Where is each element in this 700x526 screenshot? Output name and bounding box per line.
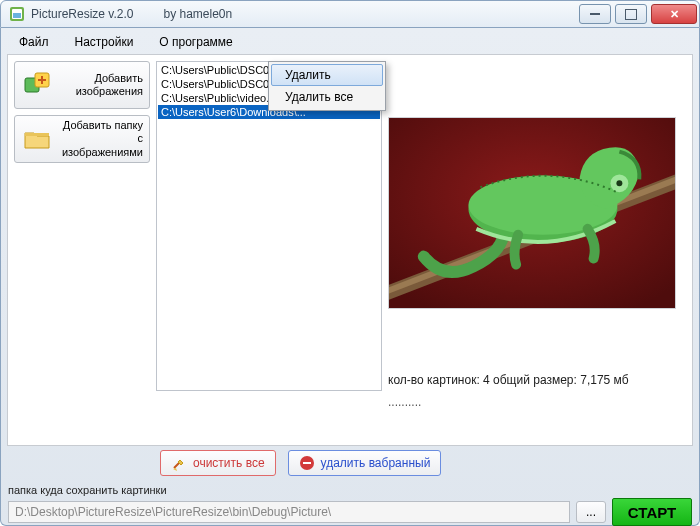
preview-column: кол-во картинок: 4 общий размер: 7,175 м… — [388, 61, 686, 439]
add-images-label: Добавить изображения — [61, 72, 143, 98]
browse-label: ... — [586, 505, 596, 519]
app-icon — [9, 6, 25, 22]
close-button[interactable] — [651, 4, 697, 24]
folder-icon — [21, 123, 53, 155]
main-panel: Добавить изображения Добавить папку с из… — [7, 54, 693, 446]
bottom-row: папка куда сохранить картинки D:\Desktop… — [8, 484, 692, 526]
menubar: Файл Настройки О программе — [7, 30, 693, 54]
clear-all-button[interactable]: очистить все — [160, 450, 276, 476]
image-preview — [388, 117, 676, 309]
maximize-button[interactable] — [615, 4, 647, 24]
minimize-button[interactable] — [579, 4, 611, 24]
add-folder-button[interactable]: Добавить папку с изображениями — [14, 115, 150, 163]
save-label: папка куда сохранить картинки — [8, 484, 692, 496]
broom-icon — [171, 455, 187, 471]
titlebar: PictureResize v.2.0 by hamele0n — [0, 0, 700, 28]
ctx-delete-all[interactable]: Удалить все — [271, 86, 383, 108]
left-column: Добавить изображения Добавить папку с из… — [14, 61, 150, 439]
browse-button[interactable]: ... — [576, 501, 606, 523]
menu-about[interactable]: О программе — [153, 33, 238, 51]
delete-selected-button[interactable]: удалить вабранный — [288, 450, 442, 476]
stats-dots: .......... — [388, 395, 686, 409]
remove-icon — [299, 455, 315, 471]
clear-all-label: очистить все — [193, 456, 265, 470]
stats-line: кол-во картинок: 4 общий размер: 7,175 м… — [388, 373, 686, 387]
menu-file[interactable]: Файл — [13, 33, 55, 51]
ctx-delete[interactable]: Удалить — [271, 64, 383, 86]
add-folder-label: Добавить папку с изображениями — [61, 119, 143, 159]
window-title: PictureResize v.2.0 by hamele0n — [31, 7, 232, 21]
svg-rect-2 — [13, 13, 21, 18]
save-path-field: D:\Desktop\PictureResize\PictureResize\b… — [8, 501, 570, 523]
context-menu: Удалить Удалить все — [268, 61, 386, 111]
add-images-button[interactable]: Добавить изображения — [14, 61, 150, 109]
save-path-text: D:\Desktop\PictureResize\PictureResize\b… — [15, 505, 331, 519]
svg-rect-12 — [303, 462, 311, 464]
start-label: СТАРТ — [628, 504, 676, 521]
action-row: очистить все удалить вабранный — [160, 450, 441, 476]
add-images-icon — [21, 69, 53, 101]
delete-selected-label: удалить вабранный — [321, 456, 431, 470]
menu-settings[interactable]: Настройки — [69, 33, 140, 51]
start-button[interactable]: СТАРТ — [612, 498, 692, 526]
svg-point-10 — [616, 180, 622, 186]
